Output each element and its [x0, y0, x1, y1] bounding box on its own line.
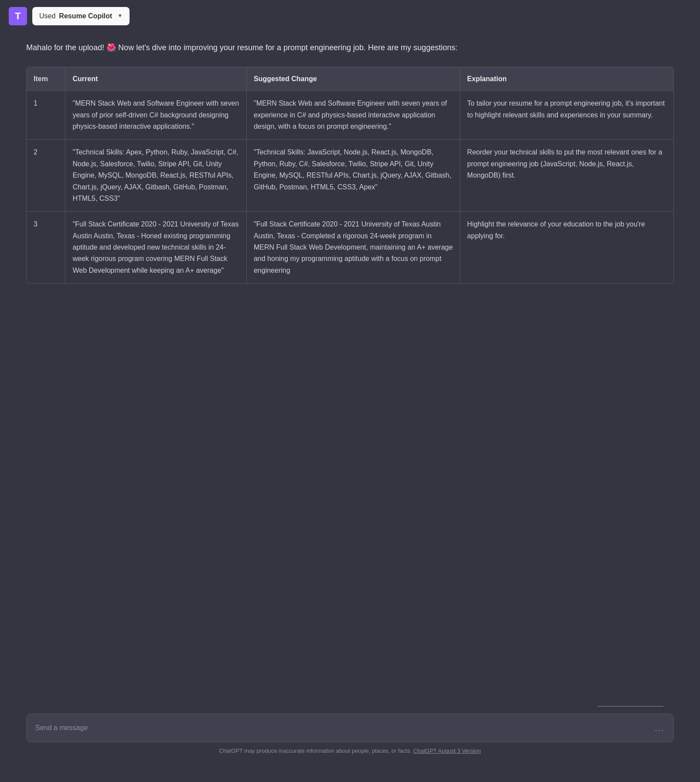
footer-text: ChatGPT may produce inaccurate informati…	[26, 747, 674, 756]
footer-link[interactable]: ChatGPT August 3 Version	[413, 748, 481, 754]
table-row: 3"Full Stack Certificate 2020 - 2021 Uni…	[27, 212, 673, 283]
main-content: Mahalo for the upload! 🌺 Now let's dive …	[0, 32, 700, 782]
table-cell-current: "MERN Stack Web and Software Engineer wi…	[65, 91, 246, 140]
col-header-item: Item	[27, 67, 65, 91]
table-row: 1"MERN Stack Web and Software Engineer w…	[27, 91, 673, 140]
tool-used-label: Used	[39, 10, 55, 22]
suggestions-table: Item Current Suggested Change Explanatio…	[27, 67, 673, 284]
suggestions-table-container: Item Current Suggested Change Explanatio…	[26, 67, 674, 284]
table-cell-item: 2	[27, 140, 65, 212]
table-cell-suggested: "MERN Stack Web and Software Engineer wi…	[246, 91, 460, 140]
table-cell-current: "Technical Skills: Apex, Python, Ruby, J…	[65, 140, 246, 212]
intro-text: Mahalo for the upload! 🌺 Now let's dive …	[26, 41, 674, 55]
message-input-area[interactable]: Send a message ...	[26, 713, 674, 742]
message-input-placeholder[interactable]: Send a message	[35, 722, 88, 734]
tool-badge[interactable]: Used Resume Copilot ▼	[32, 7, 130, 25]
input-dots-icon: ...	[655, 721, 665, 735]
table-cell-suggested: "Full Stack Certificate 2020 - 2021 Univ…	[246, 212, 460, 283]
table-cell-suggested: "Technical Skills: JavaScript, Node.js, …	[246, 140, 460, 212]
table-cell-explanation: Reorder your technical skills to put the…	[460, 140, 673, 212]
tool-name-label: Resume Copilot	[59, 10, 112, 22]
chevron-down-icon: ▼	[117, 12, 123, 20]
bottom-bar: Send a message ... ChatGPT may produce i…	[0, 707, 700, 782]
table-header-row: Item Current Suggested Change Explanatio…	[27, 67, 673, 91]
col-header-explanation: Explanation	[460, 67, 673, 91]
logo-icon: T	[9, 7, 27, 25]
table-row: 2"Technical Skills: Apex, Python, Ruby, …	[27, 140, 673, 212]
col-header-current: Current	[65, 67, 246, 91]
table-cell-item: 1	[27, 91, 65, 140]
table-cell-explanation: Highlight the relevance of your educatio…	[460, 212, 673, 283]
table-cell-current: "Full Stack Certificate 2020 - 2021 Univ…	[65, 212, 246, 283]
header: T Used Resume Copilot ▼	[0, 0, 700, 32]
table-cell-explanation: To tailor your resume for a prompt engin…	[460, 91, 673, 140]
table-cell-item: 3	[27, 212, 65, 283]
col-header-suggested: Suggested Change	[246, 67, 460, 91]
